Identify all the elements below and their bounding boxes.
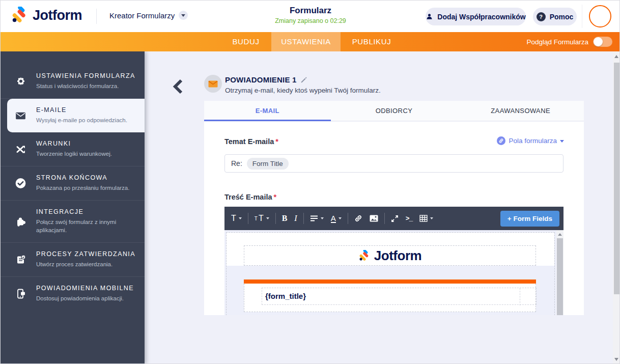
italic-button[interactable]: I [291,211,300,226]
header-divider [582,5,582,28]
header-divider [96,9,97,24]
sidebar-item-title: STRONA KOŃCOWA [36,174,135,181]
sidebar-item-desc: Utwórz proces zatwierdzania. [36,260,135,269]
email-template-canvas[interactable]: Jotform {form_title} [224,230,563,315]
subject-prefix: Re: [231,159,242,167]
product-menu[interactable]: Kreator Formularzy [109,11,188,20]
form-fields-button[interactable]: + Form Fields [500,211,559,227]
tab-email[interactable]: E-MAIL [204,101,331,121]
jotform-logo-icon [11,7,28,24]
sidebar-item-desc: Połącz swój formularz z innymi aplikacja… [36,218,135,235]
question-icon: ? [537,12,546,21]
jotform-logo[interactable]: Jotform [11,7,82,24]
scrollbar-thumb[interactable] [557,238,563,315]
toggle-knob [594,37,603,46]
insert-link-button[interactable] [351,211,366,226]
sidebar-item-title: E-MAILE [36,106,135,114]
sidebar-item-integrations[interactable]: INTEGRACJE Połącz swój formularz z innym… [1,201,145,243]
help-label: Pomoc [550,13,574,21]
form-preview-control: Podgląd Formularza [526,32,612,51]
template-orange-divider [244,279,536,284]
scroll-up-arrow[interactable] [558,233,562,236]
email-body-editor: T TT B I [224,207,563,315]
mobile-notifications-icon [14,287,27,300]
approval-icon [14,253,27,266]
form-fields-dropdown[interactable]: Pola formularza [497,136,564,145]
page-scrollbar[interactable] [613,51,620,364]
sidebar-item-emails[interactable]: E-MAILE Wysyłaj e-maile po odpowiedziach… [7,99,145,133]
scrollbar-thumb[interactable] [614,63,619,294]
sidebar-item-thank-you[interactable]: STRONA KOŃCOWA Pokazana po przesłaniu fo… [1,166,145,201]
form-title-chip[interactable]: Form Title [247,158,289,170]
tab-publish[interactable]: PUBLIKUJ [341,32,403,51]
tab-advanced[interactable]: ZAAWANSOWANE [457,101,584,121]
toolbar-divider [248,213,248,224]
text-color-button[interactable]: A [327,211,345,226]
link-icon [354,214,362,222]
align-left-icon [310,215,318,221]
toolbar-divider [303,213,304,224]
code-view-button[interactable]: >_ [402,211,416,226]
template-title-block[interactable]: {form_title} [244,284,536,312]
align-button[interactable] [306,211,327,226]
sidebar-item-conditions[interactable]: WARUNKI Tworzenie logiki warunkowej. [1,132,145,166]
sidebar-item-title: POWIADOMIENIA MOBILNE [36,285,135,292]
edit-pencil-icon[interactable] [300,76,307,83]
check-circle-icon [14,176,27,190]
form-preview-toggle[interactable] [593,37,612,47]
template-logo-text: Jotform [374,248,421,264]
user-avatar[interactable] [589,5,611,27]
sidebar-item-mobile-notifications[interactable]: POWIADOMIENIA MOBILNE Dostosuj powiadomi… [1,277,145,311]
help-button[interactable]: ? Pomoc [533,8,577,25]
chevron-down-icon [560,140,564,143]
form-title-tag[interactable]: {form_title} [265,292,306,300]
table-icon [419,215,428,222]
chevron-down-icon [179,11,188,20]
back-button[interactable] [172,78,185,96]
insert-image-button[interactable] [366,211,382,226]
caret-icon [321,217,324,219]
builder-nav: BUDUJ USTAWIENIA PUBLIKUJ Podgląd Formul… [1,32,620,51]
form-title-block: Formularz Zmiany zapisano o 02:29 [234,6,387,24]
sidebar-item-approval-flows[interactable]: PROCESY ZATWIERDZANIA Utwórz proces zatw… [1,243,145,277]
editor-scrollbar[interactable] [556,230,563,315]
form-fields-dropdown-label: Pola formularza [509,137,557,145]
email-tabs: E-MAIL ODBIORCY ZAAWANSOWANE [204,101,584,121]
sidebar-item-desc: Status i właściwości formularza. [36,82,135,91]
notification-desc: Otrzymaj e-mail, kiedy ktoś wypełni Twój… [225,87,381,94]
sidebar-item-form-settings[interactable]: USTAWIENIA FORMULARZA Status i właściwoś… [1,65,145,99]
body-label: Treść E-maila* [224,193,276,201]
page-title: Formularz [234,6,387,16]
scroll-down-arrow[interactable] [614,358,618,361]
editor-toolbar: T TT B I [224,207,563,230]
envelope-icon [14,108,27,122]
settings-main-panel: POWIADOMIENIE 1 Otrzymaj e-mail, kiedy k… [145,51,620,364]
tab-recipients[interactable]: ODBIORCY [331,101,458,121]
tab-settings[interactable]: USTAWIENIA [271,32,341,51]
subject-label: Temat E-maila* [224,137,278,146]
sidebar-item-desc: Wysyłaj e-maile po odpowiedziach. [36,116,135,125]
required-asterisk: * [274,193,277,201]
expand-button[interactable] [387,211,402,226]
sidebar-item-title: WARUNKI [36,140,135,147]
add-collaborators-button[interactable]: Dodaj Współpracowników [426,8,526,25]
email-subject-input[interactable]: Re: Form Title [224,154,563,173]
bold-button[interactable]: B [278,211,291,226]
scroll-up-arrow[interactable] [614,55,618,58]
puzzle-icon [14,214,27,228]
gear-icon [14,74,27,88]
toolbar-divider [384,213,385,224]
template-logo-cell[interactable]: Jotform [244,245,536,266]
cell-divider [520,288,520,305]
font-size-button[interactable]: TT [251,211,273,226]
link-icon [497,136,505,145]
product-menu-label: Kreator Formularzy [109,11,175,20]
toolbar-divider [348,213,348,224]
font-family-button[interactable]: T [228,211,245,226]
insert-table-button[interactable] [416,211,437,226]
jotform-logo-text: Jotform [33,8,82,23]
tab-build[interactable]: BUDUJ [220,32,271,51]
image-icon [370,215,378,222]
person-icon [426,13,433,20]
notification-email-icon [204,75,222,93]
